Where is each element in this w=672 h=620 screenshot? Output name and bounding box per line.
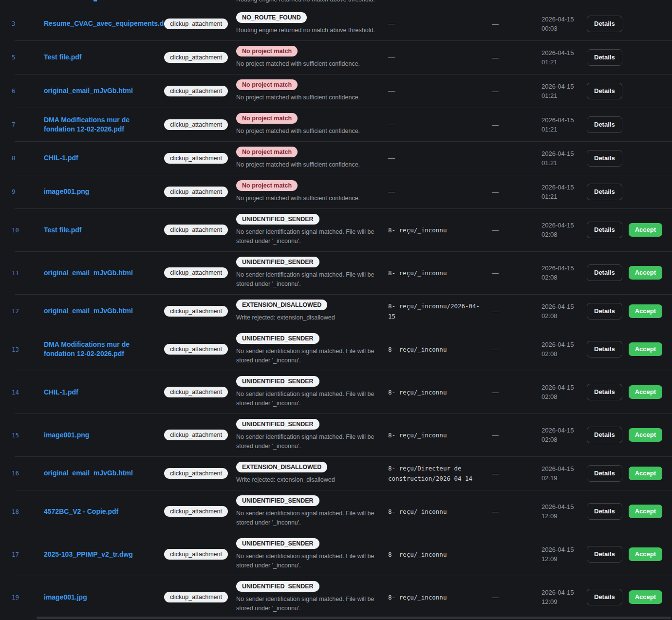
row-id: 19 bbox=[0, 594, 44, 601]
row-id-value: 7 bbox=[12, 121, 16, 128]
status-cell: UNIDENTIFIED_SENDER No sender identifica… bbox=[236, 581, 388, 613]
details-button[interactable]: Details bbox=[587, 264, 622, 281]
accept-button[interactable]: Accept bbox=[629, 505, 662, 518]
confidence-placeholder: — bbox=[492, 188, 541, 196]
details-button[interactable]: Details bbox=[587, 184, 622, 200]
file-link[interactable]: original_email_mJvGb.html bbox=[44, 87, 133, 94]
table-row: 6 original_email_mJvGb.html clickup_atta… bbox=[0, 74, 672, 108]
file-link[interactable]: image001.jpg bbox=[44, 593, 87, 601]
accept-button[interactable]: Accept bbox=[629, 342, 662, 356]
row-id: 15 bbox=[0, 432, 44, 439]
file-link[interactable]: 2025-103_PPIMP_v2_tr.dwg bbox=[44, 550, 133, 558]
timestamp-time: 02:19 bbox=[541, 473, 587, 483]
file-link[interactable]: original_email_mJvGb.html bbox=[44, 269, 133, 277]
file-link[interactable]: image001.png bbox=[44, 188, 89, 195]
timestamp-date: 2026-04-15 bbox=[541, 115, 587, 125]
file-link[interactable]: DMA Modifications mur de fondation 12-02… bbox=[44, 116, 130, 133]
details-button[interactable]: Details bbox=[587, 341, 622, 357]
file-link[interactable]: DMA Modifications mur de fondation 12-02… bbox=[44, 340, 130, 357]
details-button[interactable]: Details bbox=[587, 427, 622, 443]
status-description: No project matched with sufficient confi… bbox=[236, 160, 377, 169]
destination-path: 8- reçu/_inconnu bbox=[388, 344, 492, 355]
details-button[interactable]: Details bbox=[587, 503, 622, 520]
details-button[interactable]: Details bbox=[587, 465, 622, 482]
file-cell: original_email_mJvGb.html bbox=[44, 86, 164, 95]
status-badge: EXTENSION_DISALLOWED bbox=[236, 300, 327, 310]
clipped-previous-row: Routing engine returned no match above t… bbox=[0, 0, 672, 7]
file-link[interactable]: Test file.pdf bbox=[44, 226, 82, 234]
accept-button[interactable]: Accept bbox=[629, 266, 662, 280]
details-button[interactable]: Details bbox=[587, 546, 622, 563]
source-tag-badge: clickup_attachment bbox=[164, 119, 228, 130]
details-button[interactable]: Details bbox=[587, 16, 622, 32]
status-description: No project matched with sufficient confi… bbox=[236, 59, 377, 69]
accept-button[interactable]: Accept bbox=[629, 590, 662, 604]
row-id: 12 bbox=[0, 307, 44, 315]
row-id-value: 8 bbox=[12, 154, 16, 162]
accept-button[interactable]: Accept bbox=[629, 467, 662, 480]
source-tag-badge: clickup_attachment bbox=[164, 86, 228, 96]
row-id: 6 bbox=[0, 87, 44, 94]
details-button[interactable]: Details bbox=[587, 83, 622, 99]
file-cell: 2025-103_PPIMP_v2_tr.dwg bbox=[44, 550, 164, 559]
accept-button[interactable]: Accept bbox=[629, 223, 662, 237]
actions-cell: Details Accept bbox=[587, 503, 672, 520]
timestamp: 2026-04-15 02:08 bbox=[541, 221, 587, 239]
row-id: 3 bbox=[0, 20, 44, 27]
status-cell: UNIDENTIFIED_SENDER No sender identifica… bbox=[236, 214, 388, 246]
status-description: No sender identification signal matched.… bbox=[236, 509, 377, 527]
confidence-placeholder: — bbox=[492, 226, 541, 234]
source-tag-cell: clickup_attachment bbox=[164, 344, 236, 355]
accept-button[interactable]: Accept bbox=[629, 547, 662, 561]
file-link[interactable]: original_email_mJvGb.html bbox=[44, 469, 133, 477]
actions-cell: Details bbox=[587, 184, 672, 200]
file-link[interactable]: CHIL-1.pdf bbox=[44, 154, 78, 162]
source-tag-cell: clickup_attachment bbox=[164, 119, 236, 130]
source-tag-cell: clickup_attachment bbox=[164, 187, 236, 197]
timestamp-time: 01:21 bbox=[541, 125, 587, 134]
details-button[interactable]: Details bbox=[587, 589, 622, 605]
destination-path: — bbox=[388, 187, 492, 197]
source-tag-cell: clickup_attachment bbox=[164, 86, 236, 96]
details-button[interactable]: Details bbox=[587, 49, 622, 66]
file-link[interactable]: 4572BC_V2 - Copie.pdf bbox=[44, 507, 118, 515]
source-tag-badge: clickup_attachment bbox=[164, 468, 228, 479]
status-description: No sender identification signal matched.… bbox=[236, 595, 377, 613]
details-button[interactable]: Details bbox=[587, 303, 622, 319]
table-row: 3 Resume_CVAC_avec_equipements.docx clic… bbox=[0, 7, 672, 40]
source-tag-badge: clickup_attachment bbox=[164, 506, 228, 517]
timestamp-time: 01:21 bbox=[541, 158, 587, 168]
accept-button[interactable]: Accept bbox=[629, 304, 662, 318]
details-button[interactable]: Details bbox=[587, 384, 622, 400]
details-button[interactable]: Details bbox=[587, 150, 622, 167]
accept-button[interactable]: Accept bbox=[629, 428, 662, 442]
status-badge: No project match bbox=[236, 113, 298, 124]
clipped-status-description: Routing engine returned no match above t… bbox=[236, 0, 375, 4]
timestamp-time: 12:09 bbox=[541, 597, 587, 606]
source-tag-cell: clickup_attachment bbox=[164, 52, 236, 63]
row-id: 13 bbox=[0, 346, 44, 353]
file-link[interactable]: original_email_mJvGb.html bbox=[44, 307, 133, 315]
confidence-placeholder: — bbox=[492, 87, 541, 95]
accept-button[interactable]: Accept bbox=[629, 385, 662, 399]
horizontal-scrollbar-track bbox=[0, 616, 672, 620]
details-button[interactable]: Details bbox=[587, 222, 622, 238]
file-link[interactable]: Test file.pdf bbox=[44, 53, 82, 61]
file-cell: Resume_CVAC_avec_equipements.docx bbox=[44, 19, 164, 28]
timestamp: 2026-04-15 02:08 bbox=[541, 302, 587, 320]
timestamp-time: 02:08 bbox=[541, 392, 587, 401]
row-id: 17 bbox=[0, 551, 44, 558]
details-button[interactable]: Details bbox=[587, 116, 622, 133]
file-link[interactable]: Resume_CVAC_avec_equipements.docx bbox=[44, 19, 176, 27]
destination-path: — bbox=[388, 86, 492, 96]
destination-path: — bbox=[388, 153, 492, 163]
source-tag-cell: clickup_attachment bbox=[164, 267, 236, 278]
file-link[interactable]: image001.png bbox=[44, 431, 89, 439]
source-tag-cell: clickup_attachment bbox=[164, 387, 236, 397]
destination-path: 8- reçu/_inconnu bbox=[388, 592, 492, 602]
row-id-value: 11 bbox=[12, 269, 19, 277]
status-badge: No project match bbox=[236, 79, 298, 90]
actions-cell: Details Accept bbox=[587, 427, 672, 443]
horizontal-scrollbar-thumb[interactable] bbox=[37, 617, 671, 619]
file-link[interactable]: CHIL-1.pdf bbox=[44, 388, 78, 396]
